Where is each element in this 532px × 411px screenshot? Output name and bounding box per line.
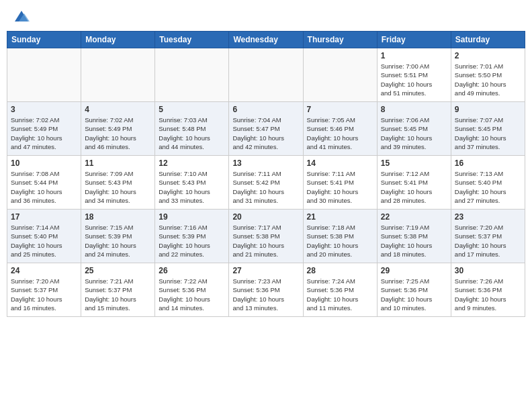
- calendar-day-cell: 26Sunrise: 7:22 AM Sunset: 5:36 PM Dayli…: [155, 263, 229, 317]
- day-info: Sunrise: 7:24 AM Sunset: 5:36 PM Dayligh…: [307, 277, 373, 312]
- day-info: Sunrise: 7:00 AM Sunset: 5:51 PM Dayligh…: [381, 62, 447, 97]
- day-info: Sunrise: 7:10 AM Sunset: 5:43 PM Dayligh…: [159, 169, 225, 205]
- calendar-day-cell: 22Sunrise: 7:19 AM Sunset: 5:38 PM Dayli…: [377, 210, 451, 263]
- day-number: 13: [232, 158, 299, 168]
- calendar-day-cell: 17Sunrise: 7:14 AM Sunset: 5:40 PM Dayli…: [7, 210, 81, 263]
- day-number: 8: [381, 105, 447, 114]
- calendar-day-cell: 25Sunrise: 7:21 AM Sunset: 5:37 PM Dayli…: [81, 263, 155, 317]
- day-number: 23: [455, 212, 521, 222]
- calendar-day-cell: 30Sunrise: 7:26 AM Sunset: 5:36 PM Dayli…: [451, 263, 525, 317]
- day-number: 3: [11, 105, 77, 114]
- day-number: 9: [455, 105, 521, 114]
- day-info: Sunrise: 7:09 AM Sunset: 5:43 PM Dayligh…: [85, 169, 151, 205]
- day-info: Sunrise: 7:26 AM Sunset: 5:36 PM Dayligh…: [455, 277, 521, 312]
- day-number: 27: [232, 266, 299, 275]
- day-info: Sunrise: 7:01 AM Sunset: 5:50 PM Dayligh…: [455, 62, 521, 97]
- calendar-day-cell: 16Sunrise: 7:13 AM Sunset: 5:40 PM Dayli…: [451, 156, 525, 210]
- day-info: Sunrise: 7:16 AM Sunset: 5:39 PM Dayligh…: [159, 223, 225, 259]
- day-number: 12: [159, 158, 225, 168]
- day-info: Sunrise: 7:11 AM Sunset: 5:41 PM Dayligh…: [307, 169, 373, 205]
- calendar-day-cell: 10Sunrise: 7:08 AM Sunset: 5:44 PM Dayli…: [7, 156, 81, 210]
- day-number: 2: [455, 51, 521, 60]
- day-number: 17: [11, 212, 77, 222]
- day-of-week-header: Saturday: [451, 32, 525, 48]
- calendar-day-cell: 8Sunrise: 7:06 AM Sunset: 5:45 PM Daylig…: [377, 102, 451, 156]
- day-info: Sunrise: 7:03 AM Sunset: 5:48 PM Dayligh…: [159, 116, 225, 151]
- day-info: Sunrise: 7:06 AM Sunset: 5:45 PM Dayligh…: [381, 116, 447, 151]
- calendar-week-row: 10Sunrise: 7:08 AM Sunset: 5:44 PM Dayli…: [7, 156, 525, 210]
- day-number: 25: [85, 266, 151, 275]
- day-info: Sunrise: 7:15 AM Sunset: 5:39 PM Dayligh…: [85, 223, 151, 259]
- calendar-day-cell: [229, 48, 303, 102]
- day-info: Sunrise: 7:25 AM Sunset: 5:36 PM Dayligh…: [381, 277, 447, 312]
- calendar-day-cell: [155, 48, 229, 102]
- calendar-day-cell: 6Sunrise: 7:04 AM Sunset: 5:47 PM Daylig…: [229, 102, 303, 156]
- day-number: 1: [381, 51, 447, 60]
- calendar-day-cell: 4Sunrise: 7:02 AM Sunset: 5:49 PM Daylig…: [81, 102, 155, 156]
- calendar-header-row: SundayMondayTuesdayWednesdayThursdayFrid…: [7, 32, 525, 48]
- calendar-day-cell: 20Sunrise: 7:17 AM Sunset: 5:38 PM Dayli…: [229, 210, 303, 263]
- day-info: Sunrise: 7:20 AM Sunset: 5:37 PM Dayligh…: [455, 223, 521, 259]
- day-of-week-header: Sunday: [7, 32, 81, 48]
- calendar-day-cell: 14Sunrise: 7:11 AM Sunset: 5:41 PM Dayli…: [303, 156, 377, 210]
- calendar-day-cell: 29Sunrise: 7:25 AM Sunset: 5:36 PM Dayli…: [377, 263, 451, 317]
- day-info: Sunrise: 7:14 AM Sunset: 5:40 PM Dayligh…: [11, 223, 77, 259]
- day-info: Sunrise: 7:08 AM Sunset: 5:44 PM Dayligh…: [11, 169, 77, 205]
- day-info: Sunrise: 7:04 AM Sunset: 5:47 PM Dayligh…: [232, 116, 299, 151]
- logo: [9, 7, 31, 26]
- day-info: Sunrise: 7:02 AM Sunset: 5:49 PM Dayligh…: [85, 116, 151, 151]
- day-info: Sunrise: 7:07 AM Sunset: 5:45 PM Dayligh…: [455, 116, 521, 151]
- page-header: [7, 7, 525, 26]
- day-info: Sunrise: 7:20 AM Sunset: 5:37 PM Dayligh…: [11, 277, 77, 312]
- day-number: 16: [455, 158, 521, 168]
- calendar-day-cell: 7Sunrise: 7:05 AM Sunset: 5:46 PM Daylig…: [303, 102, 377, 156]
- calendar-day-cell: 3Sunrise: 7:02 AM Sunset: 5:49 PM Daylig…: [7, 102, 81, 156]
- day-number: 21: [307, 212, 373, 222]
- day-number: 30: [455, 266, 521, 275]
- calendar-day-cell: 18Sunrise: 7:15 AM Sunset: 5:39 PM Dayli…: [81, 210, 155, 263]
- calendar-week-row: 3Sunrise: 7:02 AM Sunset: 5:49 PM Daylig…: [7, 102, 525, 156]
- calendar-day-cell: [81, 48, 155, 102]
- day-info: Sunrise: 7:21 AM Sunset: 5:37 PM Dayligh…: [85, 277, 151, 312]
- day-info: Sunrise: 7:12 AM Sunset: 5:41 PM Dayligh…: [381, 169, 447, 205]
- day-number: 22: [381, 212, 447, 222]
- day-info: Sunrise: 7:19 AM Sunset: 5:38 PM Dayligh…: [381, 223, 447, 259]
- day-number: 28: [307, 266, 373, 275]
- day-number: 6: [232, 105, 299, 114]
- calendar-day-cell: 19Sunrise: 7:16 AM Sunset: 5:39 PM Dayli…: [155, 210, 229, 263]
- calendar-day-cell: 2Sunrise: 7:01 AM Sunset: 5:50 PM Daylig…: [451, 48, 525, 102]
- calendar-day-cell: 12Sunrise: 7:10 AM Sunset: 5:43 PM Dayli…: [155, 156, 229, 210]
- calendar-day-cell: 15Sunrise: 7:12 AM Sunset: 5:41 PM Dayli…: [377, 156, 451, 210]
- calendar-day-cell: 9Sunrise: 7:07 AM Sunset: 5:45 PM Daylig…: [451, 102, 525, 156]
- calendar-day-cell: 23Sunrise: 7:20 AM Sunset: 5:37 PM Dayli…: [451, 210, 525, 263]
- day-info: Sunrise: 7:02 AM Sunset: 5:49 PM Dayligh…: [11, 116, 77, 151]
- day-number: 10: [11, 158, 77, 168]
- day-of-week-header: Thursday: [303, 32, 377, 48]
- day-number: 29: [381, 266, 447, 275]
- day-info: Sunrise: 7:13 AM Sunset: 5:40 PM Dayligh…: [455, 169, 521, 205]
- day-info: Sunrise: 7:22 AM Sunset: 5:36 PM Dayligh…: [159, 277, 225, 312]
- calendar-day-cell: 1Sunrise: 7:00 AM Sunset: 5:51 PM Daylig…: [377, 48, 451, 102]
- day-info: Sunrise: 7:18 AM Sunset: 5:38 PM Dayligh…: [307, 223, 373, 259]
- calendar-day-cell: [7, 48, 81, 102]
- day-number: 19: [159, 212, 225, 222]
- day-info: Sunrise: 7:11 AM Sunset: 5:42 PM Dayligh…: [232, 169, 299, 205]
- day-number: 20: [232, 212, 299, 222]
- calendar-day-cell: [303, 48, 377, 102]
- day-of-week-header: Tuesday: [155, 32, 229, 48]
- day-number: 5: [159, 105, 225, 114]
- logo-icon: [12, 7, 31, 26]
- calendar-day-cell: 21Sunrise: 7:18 AM Sunset: 5:38 PM Dayli…: [303, 210, 377, 263]
- day-number: 14: [307, 158, 373, 168]
- calendar-day-cell: 27Sunrise: 7:23 AM Sunset: 5:36 PM Dayli…: [229, 263, 303, 317]
- day-number: 24: [11, 266, 77, 275]
- day-number: 7: [307, 105, 373, 114]
- calendar-day-cell: 24Sunrise: 7:20 AM Sunset: 5:37 PM Dayli…: [7, 263, 81, 317]
- day-of-week-header: Wednesday: [229, 32, 303, 48]
- day-of-week-header: Friday: [377, 32, 451, 48]
- calendar-day-cell: 13Sunrise: 7:11 AM Sunset: 5:42 PM Dayli…: [229, 156, 303, 210]
- day-number: 11: [85, 158, 151, 168]
- day-number: 4: [85, 105, 151, 114]
- day-number: 18: [85, 212, 151, 222]
- calendar-day-cell: 28Sunrise: 7:24 AM Sunset: 5:36 PM Dayli…: [303, 263, 377, 317]
